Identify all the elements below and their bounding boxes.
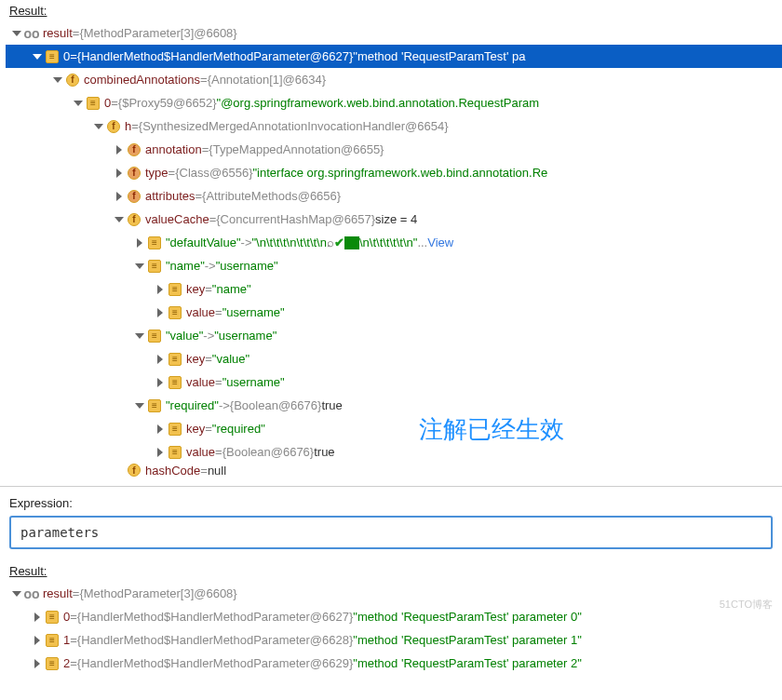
tree-row[interactable]: ≡ "name" -> "username" [6,254,782,277]
var-name: annotation [145,142,202,156]
tree-row[interactable]: f h = {SynthesizedMergedAnnotationInvoca… [6,114,782,138]
tree-row[interactable]: ≡ 0 = {HandlerMethod$HandlerMethodParame… [6,605,782,628]
annotation-overlay: 注解已经生效 [419,413,564,446]
tree-row[interactable]: ≡ key = "required" [6,417,782,440]
element-icon: ≡ [168,282,182,297]
var-type: {AttributeMethods@6656} [202,189,341,203]
check-icon: ✔ [334,236,344,249]
expand-icon[interactable] [153,353,166,366]
var-name: h [125,119,131,133]
var-name: combinedAnnotations [84,73,200,87]
var-name: 0 [63,49,70,63]
expand-icon[interactable] [153,306,166,319]
tree-row[interactable]: ≡ "defaultValue" -> "\n\t\t\t\n\t\t\t\n … [6,231,782,254]
expression-input[interactable]: parameters [9,516,773,549]
tree-row[interactable]: ≡ value = "username" [6,301,782,324]
element-icon: ≡ [45,49,60,64]
field-icon: f [127,189,142,204]
tree-row[interactable]: ≡ key = "value" [6,347,782,370]
expand-icon[interactable] [30,657,43,670]
expand-icon[interactable] [132,399,145,412]
watch-icon: oo [24,586,39,601]
expand-icon[interactable] [153,376,166,389]
var-name: result [43,26,73,40]
expand-icon[interactable] [112,213,125,226]
field-icon: f [127,142,142,157]
watermark: 51CTO博客 [720,598,773,612]
expand-icon[interactable] [132,330,145,343]
equals: = [73,26,80,40]
color-swatch [344,236,359,249]
expand-icon[interactable] [9,27,22,40]
var-type: {SynthesizedMergedAnnotationInvocationHa… [139,119,449,133]
element-icon: ≡ [147,398,162,413]
expand-icon[interactable] [112,190,125,203]
expand-icon[interactable] [112,143,125,156]
tree-row[interactable]: f type = {Class@6556} "interface org.spr… [6,161,782,184]
tree-row[interactable]: ≡ key = "name" [6,277,782,301]
result-label-top: Result: [0,0,782,20]
element-icon: ≡ [45,633,60,648]
expand-icon[interactable] [30,50,43,63]
tree-row[interactable]: f combinedAnnotations = {Annotation[1]@6… [6,68,782,91]
element-icon: ≡ [168,375,182,390]
var-type: {MethodParameter[3]@6608} [79,26,236,40]
tree-row-selected[interactable]: ≡ 0 = {HandlerMethod$HandlerMethodParame… [6,45,782,68]
magnifier-icon[interactable]: ⌕ [327,236,334,249]
entry-val: "username" [216,259,278,273]
expand-icon[interactable] [112,167,125,180]
element-icon: ≡ [147,236,162,250]
element-icon: ≡ [45,610,60,625]
element-icon: ≡ [168,445,182,460]
var-type: {$Proxy59@6652} [118,96,217,110]
expand-icon[interactable] [50,74,63,87]
field-icon: f [127,464,142,477]
expand-icon[interactable] [71,97,84,110]
element-icon: ≡ [147,259,162,274]
var-type: {Class@6556} [175,166,252,180]
tree-row[interactable]: ≡ "required" -> {Boolean@6676} true [6,394,782,417]
var-value: "@org.springframework.web.bind.annotatio… [217,96,540,110]
element-icon: ≡ [86,96,101,111]
tree-root[interactable]: oo result = {MethodParameter[3]@6608} [6,21,782,45]
field-icon: f [127,212,142,227]
debug-tree-top: oo result = {MethodParameter[3]@6608} ≡ … [0,20,782,482]
expand-icon[interactable] [132,236,145,249]
entry-key: "name" [166,259,205,273]
tree-root[interactable]: oo result = {MethodParameter[3]@6608} [6,582,782,605]
debug-tree-bottom: oo result = {MethodParameter[3]@6608} ≡ … [0,580,782,680]
expand-icon[interactable] [153,423,166,436]
expand-icon[interactable] [30,611,43,624]
tree-row[interactable]: ≡ value = "username" [6,370,782,394]
tree-row[interactable]: f annotation = {TypeMappedAnnotation@665… [6,138,782,161]
var-type: {ConcurrentHashMap@6657} [216,212,375,226]
view-link[interactable]: View [427,236,453,249]
var-name: attributes [145,189,195,203]
expand-icon[interactable] [9,587,22,600]
expression-label: Expression: [0,487,782,516]
element-icon: ≡ [45,656,60,671]
tree-row-cut[interactable]: f hashCode = null [6,464,782,477]
field-icon: f [65,73,80,88]
expand-icon[interactable] [91,120,104,133]
entry-val: "\n\t\t\t\n\t\t\t\n [251,236,326,249]
var-type: {HandlerMethod$HandlerMethodParameter@66… [77,49,354,63]
expand-icon[interactable] [153,283,166,296]
field-icon: f [106,119,121,134]
var-name: type [145,166,169,180]
entry-key: "defaultValue" [166,236,241,249]
tree-row[interactable]: ≡ value = {Boolean@6676} true [6,440,782,464]
expand-icon[interactable] [132,260,145,273]
tree-row[interactable]: ≡ 1 = {HandlerMethod$HandlerMethodParame… [6,628,782,652]
tree-row[interactable]: f valueCache = {ConcurrentHashMap@6657} … [6,208,782,231]
expand-icon[interactable] [153,446,166,459]
tree-row[interactable]: ≡ 0 = {$Proxy59@6652} "@org.springframew… [6,91,782,114]
var-name: valueCache [145,212,209,226]
expand-icon[interactable] [30,634,43,647]
tree-row[interactable]: ≡ 2 = {HandlerMethod$HandlerMethodParame… [6,652,782,675]
tree-row[interactable]: ≡ "value" -> "username" [6,324,782,347]
var-name: 0 [104,96,111,110]
tree-row[interactable]: f attributes = {AttributeMethods@6656} [6,184,782,208]
result-label-bottom: Result: [0,560,782,580]
element-icon: ≡ [147,329,162,343]
